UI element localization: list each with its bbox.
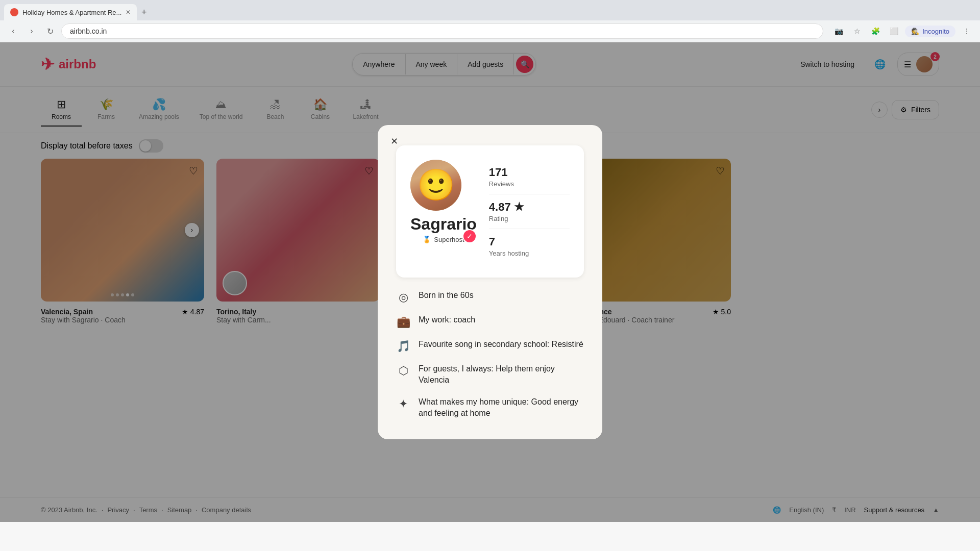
more-options-icon[interactable]: ⋮ [960,24,974,38]
superhost-icon: 🏅 [423,236,431,243]
profile-stats: 171 Reviews 4.87 ★ Rating 7 Years hostin… [489,160,570,263]
browser-tabs: Holiday Homes & Apartment Re... ✕ + [0,0,980,20]
info-guests: ⬡ For guests, I always: Help them enjoy … [396,363,584,386]
song-icon: 🎵 [396,340,410,353]
incognito-icon: 🕵 [911,28,919,35]
rating-label: Rating [489,215,570,222]
guests-text: For guests, I always: Help them enjoy Va… [419,363,584,386]
profile-card: 🙂 ✓ Sagrario 🏅 Superhost 171 Reviews [396,145,584,278]
new-tab-button[interactable]: + [137,5,151,19]
refresh-button[interactable]: ↻ [43,24,57,38]
address-bar[interactable]: airbnb.co.in [61,23,823,39]
born-icon: ◎ [396,291,410,304]
incognito-badge[interactable]: 🕵 Incognito [905,26,955,37]
tab-favicon [10,8,18,16]
info-unique: ✦ What makes my home unique: Good energy… [396,396,584,419]
info-list: ◎ Born in the 60s 💼 My work: coach 🎵 Fav… [396,290,584,419]
camera-off-icon[interactable]: 📷 [831,24,846,38]
tab-close-button[interactable]: ✕ [126,9,131,16]
profile-avatar: 🙂 [410,160,461,211]
info-song: 🎵 Favourite song in secondary school: Re… [396,339,584,353]
split-screen-icon[interactable]: ⬜ [887,24,901,38]
years-value: 7 [489,235,570,248]
song-text: Favourite song in secondary school: Resi… [419,339,583,350]
born-text: Born in the 60s [419,290,474,301]
modal-close-button[interactable]: ✕ [386,133,402,149]
stat-years: 7 Years hosting [489,229,570,263]
back-button[interactable]: ‹ [6,24,20,38]
guests-icon: ⬡ [396,364,410,378]
extensions-icon[interactable]: 🧩 [868,24,883,38]
host-profile-modal: ✕ 🙂 ✓ Sagrario 🏅 Superhost 171 [378,125,602,440]
superhost-label: Superhost [434,236,464,243]
page: ✈ airbnb Anywhere Any week Add guests 🔍 … [0,42,980,522]
work-icon: 💼 [396,315,410,329]
incognito-label: Incognito [922,28,949,35]
unique-icon: ✦ [396,397,410,411]
reviews-value: 171 [489,166,570,179]
info-work: 💼 My work: coach [396,314,584,329]
stat-reviews: 171 Reviews [489,160,570,194]
reviews-label: Reviews [489,180,570,188]
years-label: Years hosting [489,249,570,257]
browser-nav: ‹ › ↻ airbnb.co.in 📷 ☆ 🧩 ⬜ 🕵 Incognito ⋮ [0,20,980,42]
work-text: My work: coach [419,314,475,325]
bookmark-icon[interactable]: ☆ [850,24,864,38]
url-text: airbnb.co.in [70,27,107,35]
active-tab[interactable]: Holiday Homes & Apartment Re... ✕ [4,4,137,20]
avatar-image: 🙂 [410,160,461,211]
modal-overlay[interactable]: ✕ 🙂 ✓ Sagrario 🏅 Superhost 171 [0,42,980,522]
browser-chrome: Holiday Homes & Apartment Re... ✕ + ‹ › … [0,0,980,42]
forward-button[interactable]: › [24,24,39,38]
browser-actions: 📷 ☆ 🧩 ⬜ 🕵 Incognito ⋮ [831,24,974,38]
tab-title: Holiday Homes & Apartment Re... [22,9,121,16]
stat-rating: 4.87 ★ Rating [489,194,570,229]
verified-badge: ✓ [462,229,477,243]
rating-value: 4.87 ★ [489,201,570,214]
unique-text: What makes my home unique: Good energy a… [419,396,584,419]
profile-avatar-wrap: 🙂 ✓ Sagrario 🏅 Superhost [410,160,477,243]
info-born: ◎ Born in the 60s [396,290,584,304]
